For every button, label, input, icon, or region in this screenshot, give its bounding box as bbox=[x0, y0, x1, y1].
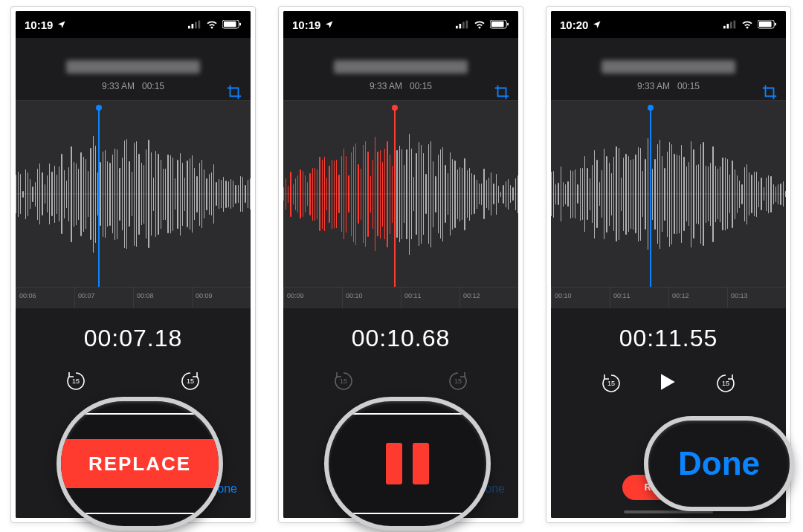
status-bar: 10:19 bbox=[283, 11, 518, 38]
status-bar: 10:20 bbox=[551, 11, 786, 38]
recording-header: 9:33 AM 00:15 bbox=[16, 38, 251, 100]
svg-rect-15 bbox=[727, 24, 729, 28]
svg-rect-0 bbox=[188, 26, 190, 29]
playhead[interactable] bbox=[650, 105, 651, 288]
svg-rect-10 bbox=[466, 21, 468, 29]
wifi-icon bbox=[474, 20, 486, 29]
svg-rect-9 bbox=[462, 22, 465, 28]
svg-rect-5 bbox=[224, 22, 236, 27]
battery-icon bbox=[758, 20, 777, 29]
svg-rect-6 bbox=[239, 23, 241, 26]
forward-15-button[interactable]: 15 bbox=[447, 370, 469, 392]
battery-icon bbox=[490, 20, 509, 29]
trim-icon[interactable] bbox=[493, 84, 511, 102]
recording-title-redacted bbox=[66, 60, 200, 74]
recording-header: 9:33 AM 00:15 bbox=[283, 38, 518, 100]
wifi-icon bbox=[206, 20, 218, 29]
recording-header: 9:33 AM 00:15 bbox=[551, 38, 786, 100]
rewind-15-button[interactable]: 15 bbox=[332, 370, 355, 392]
waveform bbox=[283, 100, 518, 288]
elapsed-time: 00:11.55 bbox=[619, 325, 718, 352]
callout-replace: REPLACE bbox=[57, 397, 223, 531]
waveform bbox=[16, 100, 251, 288]
waveform bbox=[551, 100, 786, 288]
status-time: 10:19 bbox=[292, 19, 320, 31]
play-button[interactable] bbox=[655, 370, 682, 397]
svg-rect-7 bbox=[456, 26, 458, 29]
playhead[interactable] bbox=[394, 105, 396, 288]
cellular-icon bbox=[456, 20, 469, 29]
forward-15-button[interactable]: 15 bbox=[715, 372, 737, 395]
svg-rect-12 bbox=[491, 22, 504, 27]
recording-time: 9:33 AM bbox=[637, 81, 670, 91]
callout-done-label: Done bbox=[678, 445, 760, 482]
trim-icon[interactable] bbox=[761, 84, 778, 102]
callout-done: Done bbox=[644, 416, 794, 511]
trim-icon[interactable] bbox=[225, 84, 243, 102]
recording-duration: 00:15 bbox=[677, 81, 700, 91]
recording-title-redacted bbox=[602, 60, 735, 74]
battery-icon bbox=[222, 20, 242, 29]
svg-rect-1 bbox=[192, 24, 194, 28]
status-time: 10:19 bbox=[25, 19, 53, 31]
svg-rect-20 bbox=[775, 23, 776, 26]
waveform-area[interactable]: 00:10 00:11 00:12 00:13 bbox=[551, 100, 786, 308]
recording-title-redacted bbox=[334, 60, 468, 74]
recording-time: 9:33 AM bbox=[370, 81, 402, 91]
status-bar: 10:19 bbox=[16, 11, 251, 38]
wifi-icon bbox=[741, 20, 753, 29]
forward-15-button[interactable]: 15 bbox=[179, 370, 201, 392]
location-icon bbox=[593, 20, 602, 29]
location-icon bbox=[57, 20, 66, 29]
status-time: 10:20 bbox=[560, 19, 588, 31]
svg-rect-2 bbox=[195, 22, 197, 28]
location-icon bbox=[325, 20, 334, 29]
pause-icon bbox=[386, 443, 429, 484]
cellular-icon bbox=[723, 20, 737, 29]
svg-rect-19 bbox=[759, 22, 772, 27]
waveform-area[interactable]: 00:09 00:10 00:11 00:12 bbox=[283, 100, 518, 308]
time-ruler: 00:10 00:11 00:12 00:13 bbox=[551, 288, 786, 308]
time-ruler: 00:06 00:07 00:08 00:09 bbox=[16, 288, 251, 308]
recording-duration: 00:15 bbox=[410, 81, 432, 91]
svg-rect-8 bbox=[459, 24, 462, 28]
svg-rect-16 bbox=[730, 22, 732, 28]
playhead[interactable] bbox=[98, 105, 100, 288]
rewind-15-button[interactable]: 15 bbox=[600, 372, 622, 395]
svg-rect-17 bbox=[734, 21, 736, 29]
cellular-icon bbox=[188, 20, 201, 29]
svg-rect-14 bbox=[723, 26, 726, 29]
elapsed-time: 00:10.68 bbox=[352, 325, 451, 352]
elapsed-time: 00:07.18 bbox=[84, 325, 183, 352]
recording-duration: 00:15 bbox=[142, 81, 164, 91]
callout-pause bbox=[324, 397, 491, 531]
waveform-area[interactable]: 00:06 00:07 00:08 00:09 bbox=[16, 100, 251, 308]
svg-rect-3 bbox=[199, 21, 201, 29]
svg-rect-13 bbox=[507, 23, 509, 26]
rewind-15-button[interactable]: 15 bbox=[65, 370, 87, 392]
recording-time: 9:33 AM bbox=[102, 81, 135, 91]
time-ruler: 00:09 00:10 00:11 00:12 bbox=[283, 288, 518, 308]
callout-replace-label: REPLACE bbox=[61, 439, 219, 488]
